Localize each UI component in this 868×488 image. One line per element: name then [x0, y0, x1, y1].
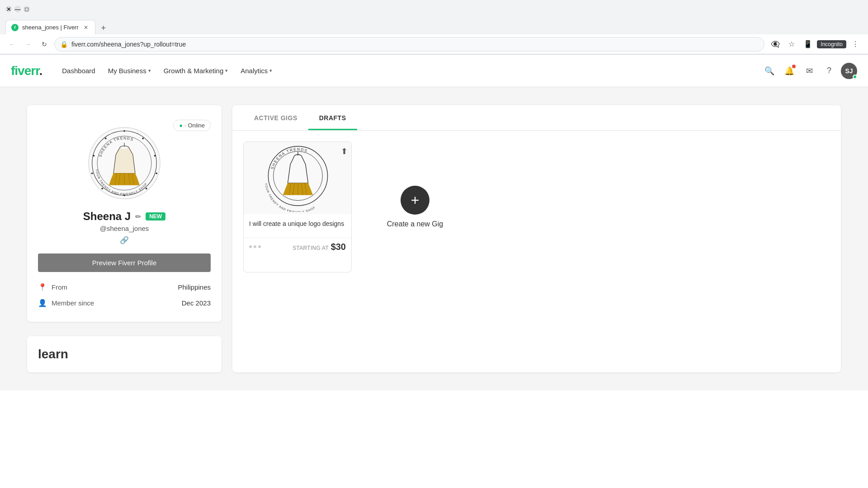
- avatar-online-indicator: [853, 75, 857, 79]
- tab-title: sheena_jones | Fiverr: [22, 24, 79, 31]
- dot-1: [249, 245, 252, 248]
- fiverr-header: fiverr. Dashboard My Business ▾ Growth &…: [0, 55, 868, 87]
- gig-menu-dots[interactable]: [249, 245, 261, 248]
- device-button[interactable]: 📱: [801, 37, 815, 52]
- minimize-window-button[interactable]: —: [14, 6, 21, 12]
- search-icon: 🔍: [764, 66, 774, 76]
- profile-info: 📍 From Philippines 👤 Member since Dec 20…: [38, 283, 211, 307]
- edit-profile-icon[interactable]: ✏: [135, 212, 141, 221]
- gig-price: $30: [331, 242, 346, 252]
- nav-growth-marketing[interactable]: Growth & Marketing ▾: [158, 63, 234, 78]
- create-gig-card[interactable]: + Create a new Gig: [361, 141, 469, 272]
- profile-card: ● · Online: [27, 105, 222, 322]
- help-button[interactable]: ?: [821, 63, 837, 79]
- online-label: · Online: [184, 122, 205, 129]
- user-avatar[interactable]: SJ: [841, 63, 857, 79]
- gig-title: I will create a unique logo designs: [249, 220, 346, 229]
- nav-analytics[interactable]: Analytics ▾: [235, 63, 278, 78]
- browser-chrome: ✕ — □ f sheena_jones | Fiverr ✕ + ← → ↻ …: [0, 0, 868, 55]
- location-icon: 📍: [38, 283, 47, 291]
- profile-avatar-container: SHEENA TRENDS YOUR TRENDY AND FRIENDLY S…: [88, 127, 160, 199]
- mail-icon: ✉: [806, 66, 813, 76]
- nav-dashboard[interactable]: Dashboard: [57, 63, 100, 78]
- forward-button[interactable]: →: [22, 38, 34, 51]
- share-icon[interactable]: ⬆: [341, 146, 348, 156]
- close-window-button[interactable]: ✕: [5, 6, 12, 12]
- refresh-button[interactable]: ↻: [38, 38, 51, 51]
- maximize-window-button[interactable]: □: [24, 6, 30, 12]
- svg-point-4: [154, 155, 156, 157]
- dot-3: [258, 245, 261, 248]
- notification-dot: [792, 65, 796, 68]
- gig-content: I will create a unique logo designs: [244, 214, 351, 238]
- active-tab[interactable]: f sheena_jones | Fiverr ✕: [5, 20, 95, 34]
- dot-2: [254, 245, 256, 248]
- svg-point-11: [105, 137, 107, 139]
- analytics-chevron: ▾: [269, 68, 272, 74]
- gig-image: ⬆ SHEENA TRENDS YOUR TRENDY AND FRIEN: [244, 142, 352, 214]
- member-since-label: 👤 Member since: [38, 299, 94, 307]
- profile-link-icon[interactable]: 🔗: [120, 236, 129, 244]
- gigs-grid: ⬆ SHEENA TRENDS YOUR TRENDY AND FRIEN: [232, 131, 841, 283]
- notifications-button[interactable]: 🔔: [781, 63, 797, 79]
- from-value: Philippines: [178, 283, 211, 291]
- gig-logo-svg: SHEENA TRENDS YOUR TRENDY AND FRIENDLY S…: [253, 144, 343, 212]
- new-tab-button[interactable]: +: [97, 22, 110, 34]
- plus-icon: +: [401, 186, 429, 215]
- gig-card[interactable]: ⬆ SHEENA TRENDS YOUR TRENDY AND FRIEN: [243, 141, 352, 272]
- header-nav: Dashboard My Business ▾ Growth & Marketi…: [57, 63, 747, 78]
- fiverr-logo[interactable]: fiverr.: [11, 64, 42, 78]
- tab-close-button[interactable]: ✕: [82, 24, 90, 31]
- preview-profile-button[interactable]: Preview Fiverr Profile: [38, 253, 211, 272]
- browser-nav: ← → ↻ 🔒 fiverr.com/sheena_jones?up_rollo…: [0, 34, 868, 54]
- lock-icon: 🔒: [60, 41, 68, 48]
- left-column: ● · Online: [27, 105, 222, 372]
- profile-username: @sheena_jones: [100, 225, 149, 232]
- svg-point-8: [101, 188, 103, 189]
- starting-at-label: STARTING AT: [292, 245, 329, 251]
- logo-dot: .: [39, 64, 42, 78]
- more-button[interactable]: ⋮: [848, 37, 863, 52]
- svg-point-2: [123, 130, 125, 132]
- search-button[interactable]: 🔍: [761, 63, 778, 79]
- profile-header: ● · Online: [38, 120, 211, 244]
- browser-tabs: f sheena_jones | Fiverr ✕ +: [0, 18, 868, 34]
- tab-active-gigs[interactable]: ACTIVE GIGS: [243, 105, 308, 130]
- user-icon: 👤: [38, 299, 47, 307]
- fiverr-app: fiverr. Dashboard My Business ▾ Growth &…: [0, 55, 868, 488]
- nav-right-icons: 👁‍🗨 ☆ 📱 Incognito ⋮: [768, 37, 863, 52]
- profile-logo-svg: SHEENA TRENDS YOUR TRENDY AND FRIENDLY S…: [90, 129, 158, 197]
- svg-point-10: [93, 155, 95, 157]
- svg-point-9: [91, 173, 93, 174]
- back-button[interactable]: ←: [5, 38, 18, 51]
- header-actions: 🔍 🔔 ✉ ? SJ: [761, 63, 857, 79]
- profile-name-row: Sheena J ✏ NEW: [83, 210, 165, 223]
- address-bar[interactable]: 🔒 fiverr.com/sheena_jones?up_rollout=tru…: [54, 37, 764, 52]
- gig-price-section: STARTING AT $30: [292, 242, 346, 252]
- bookmark-button[interactable]: ☆: [784, 37, 799, 52]
- my-business-chevron: ▾: [148, 68, 151, 74]
- member-since-value: Dec 2023: [182, 299, 211, 307]
- incognito-button[interactable]: Incognito: [817, 40, 846, 48]
- messages-button[interactable]: ✉: [801, 63, 817, 79]
- growth-marketing-chevron: ▾: [225, 68, 228, 74]
- from-label: 📍 From: [38, 283, 67, 291]
- member-since-row: 👤 Member since Dec 2023: [38, 299, 211, 307]
- profile-name: Sheena J: [83, 210, 131, 223]
- window-controls: ✕ — □: [5, 6, 30, 12]
- learn-card: learn: [27, 336, 222, 372]
- create-gig-label: Create a new Gig: [387, 220, 443, 228]
- learn-title: learn: [38, 347, 68, 361]
- tab-drafts[interactable]: DRAFTS: [308, 105, 357, 130]
- online-dot: ●: [179, 122, 183, 129]
- gig-footer: STARTING AT $30: [244, 238, 351, 256]
- new-badge: NEW: [146, 212, 165, 221]
- eye-off-button[interactable]: 👁‍🗨: [768, 37, 783, 52]
- from-row: 📍 From Philippines: [38, 283, 211, 291]
- svg-point-3: [142, 137, 144, 139]
- nav-my-business[interactable]: My Business ▾: [103, 63, 156, 78]
- tab-favicon: f: [11, 24, 19, 31]
- online-badge: ● · Online: [173, 120, 211, 131]
- browser-titlebar: ✕ — □: [0, 0, 868, 18]
- help-icon: ?: [827, 66, 831, 75]
